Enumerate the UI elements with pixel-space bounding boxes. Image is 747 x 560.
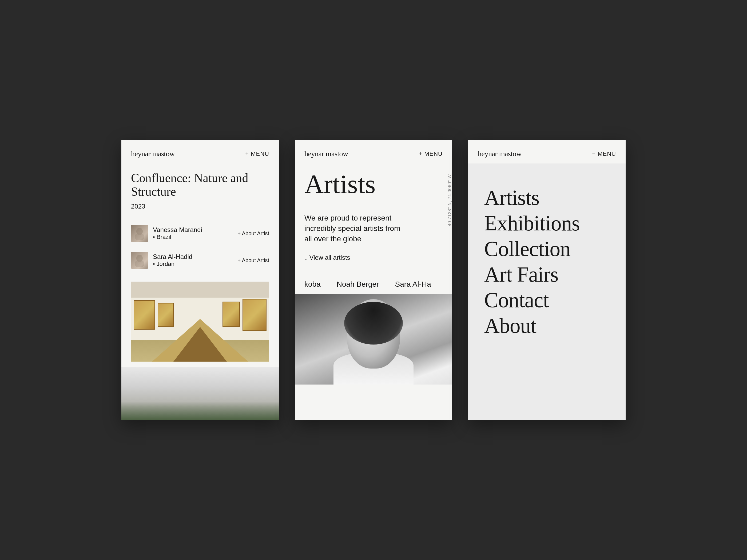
artist-row-1: Vanessa Marandi • Brazil + About Artist bbox=[131, 220, 269, 247]
gallery-image-2 bbox=[121, 367, 279, 420]
nav-menu: Artists Exhibitions Collection Art Fairs… bbox=[484, 185, 610, 339]
exhibition-year: 2023 bbox=[131, 203, 269, 210]
screen-2: heynar mastow + MENU 40.7128° N, 74.0060… bbox=[295, 140, 452, 420]
gallery-path-dark bbox=[174, 327, 227, 362]
screen2-content: 40.7128° N, 74.0060° W Artists We are pr… bbox=[295, 163, 452, 294]
about-artist-button-2[interactable]: + About Artist bbox=[238, 257, 269, 264]
screen3-content: Artists Exhibitions Collection Art Fairs… bbox=[468, 163, 626, 339]
logo-2: heynar mastow bbox=[304, 150, 348, 158]
avatar-face-2 bbox=[134, 254, 145, 267]
menu-button-2[interactable]: + MENU bbox=[419, 151, 443, 157]
portrait-head bbox=[347, 299, 400, 369]
artist-country-1: • Brazil bbox=[153, 234, 202, 241]
gallery-ceiling bbox=[131, 282, 269, 298]
gallery2-plants bbox=[121, 402, 279, 420]
nav-item-artists[interactable]: Artists bbox=[484, 185, 610, 210]
ticker-artist-2: Noah Berger bbox=[337, 280, 379, 289]
svg-point-3 bbox=[135, 260, 144, 267]
portrait-bw bbox=[295, 294, 452, 384]
artwork-1 bbox=[134, 300, 155, 329]
logo-1: heynar mastow bbox=[131, 150, 175, 158]
screens-container: heynar mastow + MENU Confluence: Nature … bbox=[105, 119, 642, 441]
menu-button-1[interactable]: + MENU bbox=[245, 151, 269, 157]
artists-ticker: koba Noah Berger Sara Al-Ha bbox=[295, 275, 452, 294]
nav-item-about[interactable]: About bbox=[484, 313, 610, 339]
artist-name-block-1: Vanessa Marandi • Brazil bbox=[153, 226, 202, 241]
nav-item-contact[interactable]: Contact bbox=[484, 287, 610, 313]
artist-avatar-1 bbox=[131, 225, 148, 242]
nav-item-collection[interactable]: Collection bbox=[484, 236, 610, 262]
artist-name-2: Sara Al-Hadid bbox=[153, 253, 192, 261]
ticker-artist-3: Sara Al-Ha bbox=[395, 280, 431, 289]
logo-3: heynar mastow bbox=[478, 150, 521, 158]
portrait-hair bbox=[344, 302, 403, 345]
view-all-link[interactable]: ↓ View all artists bbox=[304, 254, 443, 261]
view-all-label[interactable]: ↓ View all artists bbox=[304, 254, 350, 261]
artist-name-1: Vanessa Marandi bbox=[153, 226, 202, 234]
artist-name-block-2: Sara Al-Hadid • Jordan bbox=[153, 253, 192, 267]
artist-portrait bbox=[295, 294, 452, 384]
exhibition-title: Confluence: Nature and Structure bbox=[131, 171, 269, 198]
gallery2-bg bbox=[121, 367, 279, 420]
gallery-image-1 bbox=[131, 282, 269, 362]
artist-info-1: Vanessa Marandi • Brazil bbox=[131, 225, 202, 242]
screen-1: heynar mastow + MENU Confluence: Nature … bbox=[121, 140, 279, 420]
artist-info-2: Sara Al-Hadid • Jordan bbox=[131, 252, 192, 269]
screen2-header: heynar mastow + MENU bbox=[295, 140, 452, 163]
screen-3: heynar mastow − MENU Artists Exhibitions… bbox=[468, 140, 626, 420]
nav-item-exhibitions[interactable]: Exhibitions bbox=[484, 210, 610, 236]
vertical-coordinates: 40.7128° N, 74.0060° W bbox=[447, 174, 452, 226]
nav-item-art-fairs[interactable]: Art Fairs bbox=[484, 262, 610, 287]
ticker-artist-1: koba bbox=[304, 280, 321, 289]
artist-row-2: Sara Al-Hadid • Jordan + About Artist bbox=[131, 247, 269, 274]
artists-description: We are proud to represent incredibly spe… bbox=[304, 213, 401, 244]
artist-country-2: • Jordan bbox=[153, 261, 192, 267]
screen1-content: Confluence: Nature and Structure 2023 bbox=[121, 163, 279, 362]
screen1-header: heynar mastow + MENU bbox=[121, 140, 279, 163]
svg-point-1 bbox=[135, 233, 144, 240]
artists-page-title: Artists bbox=[304, 171, 443, 197]
avatar-face-1 bbox=[134, 227, 145, 240]
artist-avatar-2 bbox=[131, 252, 148, 269]
screen3-header: heynar mastow − MENU bbox=[468, 140, 626, 163]
menu-button-3[interactable]: − MENU bbox=[592, 151, 616, 157]
gallery-floor bbox=[131, 340, 269, 362]
about-artist-button-1[interactable]: + About Artist bbox=[238, 231, 269, 237]
